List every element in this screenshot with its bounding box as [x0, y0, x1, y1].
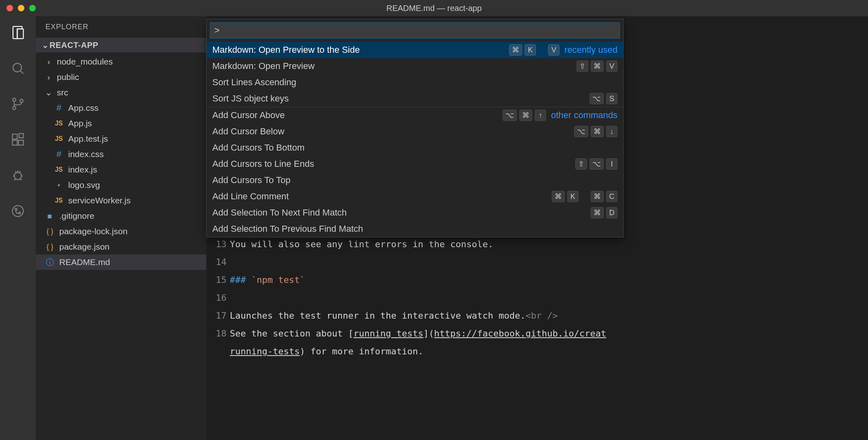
key: K	[525, 44, 536, 56]
command-label: Add Cursors To Bottom	[212, 142, 304, 153]
explorer-sidebar: EXPLORER ⌄ REACT-APP ›node_modules›publi…	[36, 16, 206, 440]
svg-point-3	[20, 99, 23, 103]
command-palette-item[interactable]: Sort JS object keys⌥S	[207, 91, 623, 107]
command-palette-input[interactable]	[210, 22, 620, 39]
file-label: index.css	[68, 149, 104, 159]
key: ⌥	[589, 158, 604, 170]
command-label: Markdown: Open Preview to the Side	[212, 45, 360, 55]
editor-area[interactable]: Markdown: Open Preview to the Side⌘KVrec…	[206, 16, 868, 440]
svg-point-11	[19, 212, 21, 214]
key: ⇧	[577, 60, 588, 72]
keybinding: ⇧⌥I	[575, 158, 618, 170]
chevron-right-icon: ›	[45, 57, 53, 67]
command-palette-item[interactable]: Add Cursor Below⌥⌘↓	[207, 123, 623, 140]
file-label: logo.svg	[68, 180, 100, 190]
file-item[interactable]: JSApp.js	[36, 116, 206, 131]
file-item[interactable]: ⓘREADME.md	[36, 255, 206, 270]
key: D	[606, 207, 618, 218]
svg-rect-4	[13, 134, 17, 139]
svg-rect-5	[13, 140, 17, 145]
file-item[interactable]: ◆.gitignore	[36, 208, 206, 224]
file-item[interactable]: JSserviceWorker.js	[36, 193, 206, 208]
file-item[interactable]: { }package.json	[36, 239, 206, 255]
img-file-icon: ▪	[54, 181, 64, 190]
explorer-header: EXPLORER	[36, 16, 206, 38]
file-item[interactable]: #index.css	[36, 147, 206, 162]
git-icon[interactable]	[10, 203, 26, 219]
file-item[interactable]: JSindex.js	[36, 162, 206, 177]
folder-label: node_modules	[57, 57, 113, 67]
folder-name: REACT-APP	[50, 41, 98, 50]
command-label: Add Cursor Below	[212, 126, 284, 137]
file-label: README.md	[59, 257, 110, 267]
key: ⇧	[575, 158, 587, 170]
svg-point-9	[13, 206, 24, 217]
source-control-icon[interactable]	[10, 96, 26, 112]
key: I	[606, 158, 618, 170]
extensions-icon[interactable]	[10, 132, 26, 148]
key: V	[548, 44, 559, 56]
command-label: Add Cursors To Top	[212, 175, 290, 185]
key: C	[606, 191, 618, 202]
command-palette-item[interactable]: Sort Lines Ascending	[207, 74, 623, 91]
keybinding: ⌥⌘↑	[503, 110, 546, 121]
hash-file-icon: #	[54, 149, 64, 160]
titlebar: README.md — react-app	[0, 0, 868, 16]
command-label: Add Selection To Next Find Match	[212, 207, 347, 218]
zoom-window-button[interactable]	[29, 5, 36, 11]
js-file-icon: JS	[54, 166, 64, 173]
command-palette-item[interactable]: Add Cursors to Line Ends⇧⌥I	[207, 156, 623, 172]
file-label: package-lock.json	[59, 226, 127, 236]
folder-item[interactable]: ›node_modules	[36, 54, 206, 69]
command-palette-item[interactable]: Markdown: Open Preview⇧⌘V	[207, 58, 623, 74]
command-palette-item[interactable]: Add Cursors To Bottom	[207, 140, 623, 156]
file-label: App.css	[68, 103, 99, 113]
group-label: recently used	[564, 45, 618, 55]
command-palette-list: Markdown: Open Preview to the Side⌘KVrec…	[207, 42, 623, 237]
file-label: App.js	[68, 119, 92, 128]
file-item[interactable]: ▪logo.svg	[36, 177, 206, 193]
debug-icon[interactable]	[10, 167, 26, 183]
file-item[interactable]: JSApp.test.js	[36, 131, 206, 147]
explorer-icon[interactable]	[10, 24, 26, 41]
folder-item[interactable]: ⌄src	[36, 85, 206, 100]
svg-rect-6	[19, 140, 24, 145]
editor-content[interactable]: You will also see any lint errors in the…	[230, 235, 606, 360]
command-palette-item[interactable]: Add Cursors To Top	[207, 172, 623, 188]
keybinding: ⌘KV	[509, 44, 559, 56]
js-file-icon: JS	[54, 135, 64, 142]
file-item[interactable]: { }package-lock.json	[36, 224, 206, 239]
key: ⌘	[591, 60, 604, 72]
key: ⌘	[519, 110, 532, 121]
close-window-button[interactable]	[6, 5, 13, 11]
chevron-down-icon: ⌄	[41, 40, 50, 50]
file-label: index.js	[68, 165, 97, 175]
command-label: Sort Lines Ascending	[212, 77, 296, 88]
key: S	[606, 93, 618, 104]
key: ⌥	[574, 126, 588, 137]
folder-item[interactable]: ›public	[36, 69, 206, 85]
json-file-icon: { }	[45, 243, 55, 251]
file-item[interactable]: #App.css	[36, 100, 206, 116]
hash-file-icon: #	[54, 103, 64, 113]
command-palette-item[interactable]: Add Selection To Previous Find Match	[207, 221, 623, 237]
key: ⌘	[591, 191, 604, 202]
command-palette-item[interactable]: Add Cursor Above⌥⌘↑other commands	[207, 107, 623, 123]
minimize-window-button[interactable]	[18, 5, 24, 11]
chevron-right-icon: ›	[45, 72, 53, 82]
folder-label: src	[57, 88, 68, 97]
svg-point-1	[13, 98, 16, 101]
svg-point-0	[13, 63, 22, 72]
js-file-icon: JS	[54, 120, 64, 127]
keybinding: ⇧⌘V	[577, 60, 618, 72]
chevron-down-icon: ⌄	[45, 88, 53, 97]
key: ⌥	[503, 110, 517, 121]
command-palette-item[interactable]: Markdown: Open Preview to the Side⌘KVrec…	[207, 42, 623, 58]
folder-header[interactable]: ⌄ REACT-APP	[36, 38, 206, 52]
command-palette-item[interactable]: Add Selection To Next Find Match⌘D	[207, 205, 623, 221]
command-palette-item[interactable]: Add Line Comment⌘K⌘C	[207, 188, 623, 205]
search-icon[interactable]	[10, 60, 26, 76]
git-file-icon: ◆	[43, 209, 56, 222]
file-tree: ›node_modules›public⌄src#App.cssJSApp.js…	[36, 52, 206, 272]
activity-bar	[0, 16, 36, 440]
